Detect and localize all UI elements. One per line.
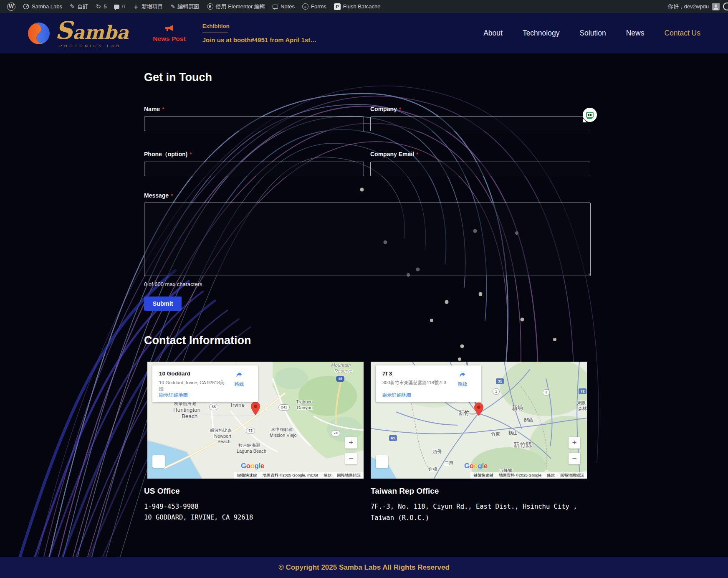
us-office-map[interactable]: Mountain Reserve 15 杭亭頓海灘 Huntington Bea…	[147, 362, 364, 479]
nav-news[interactable]: News	[626, 29, 645, 38]
adminbar-greeting[interactable]: 你好，dev2wpdu	[668, 3, 709, 10]
update-icon: ↻	[96, 3, 101, 10]
map-place-title: 10 Goddard	[159, 370, 190, 377]
directions-button[interactable]: 路線	[453, 370, 472, 388]
nav-technology[interactable]: Technology	[523, 29, 560, 38]
keyboard-shortcuts-link[interactable]: 鍵盤快速鍵	[473, 473, 493, 478]
map-label: Newport	[214, 434, 231, 439]
wordpress-logo-icon: W	[7, 3, 15, 11]
map-label: 三灣	[444, 460, 453, 466]
map-label: 拉古納海灘	[238, 443, 260, 449]
google-logo: Google	[241, 462, 264, 470]
adminbar-flush-batcache[interactable]: PFlush Batcache	[330, 0, 384, 13]
map-label: Beach	[217, 439, 230, 444]
map-info-card: 10 Goddard 10 Goddard, Irvine, CA 92618美…	[152, 365, 258, 402]
map-white-control[interactable]	[152, 455, 165, 468]
view-larger-map-link[interactable]: 顯示詳細地圖	[382, 392, 411, 398]
keyboard-shortcuts-link[interactable]: 鍵盤快速鍵	[237, 473, 257, 478]
submit-button[interactable]: Submit	[144, 297, 182, 311]
taiwan-office-map[interactable]: 31 1 3 72 61 東眼 森林 新埔 新竹 關西 橫山 竹東 新竹縣 頭份…	[371, 362, 587, 479]
pencil-icon: ✎	[171, 4, 175, 9]
map-label: 新竹	[458, 409, 470, 417]
route-shield: 61	[389, 435, 397, 441]
name-label: Name*	[144, 106, 164, 112]
report-error-link[interactable]: 回報地圖錯誤	[337, 473, 361, 478]
name-input[interactable]	[144, 117, 364, 131]
map-label: Reserve	[334, 368, 352, 373]
map-zoom-in-button[interactable]: +	[569, 437, 580, 449]
adminbar-edit-with-elementor[interactable]: E使用 Elementor 編輯	[203, 0, 269, 13]
map-zoom-in-button[interactable]: +	[345, 437, 357, 449]
map-zoom-out-button[interactable]: −	[345, 453, 357, 464]
elementor-icon: E	[207, 3, 213, 10]
adminbar-site-name[interactable]: Samba Labs	[19, 0, 66, 13]
route-shield: 31	[496, 378, 504, 384]
terms-link[interactable]: 條款	[547, 473, 555, 478]
site-logo[interactable]: Samba PHOTONICS LAB	[27, 18, 129, 48]
adminbar-notes[interactable]: Notes	[269, 0, 298, 13]
adminbar-edit-page[interactable]: ✎編輯頁面	[167, 0, 203, 13]
notes-icon	[273, 5, 278, 9]
map-zoom-out-button[interactable]: −	[569, 453, 580, 464]
map-pin-icon	[251, 402, 260, 415]
dashboard-gauge-icon	[23, 3, 29, 10]
route-shield: 1	[493, 388, 500, 395]
copyright-text: © Copyright 2025 Samba Labs All Rights R…	[278, 563, 450, 572]
main-nav: About Technology Solution News Contact U…	[483, 29, 700, 38]
route-shield: 72	[579, 388, 586, 394]
map-place-title: 7f 3	[382, 370, 392, 377]
map-label: 森林	[578, 406, 587, 412]
logo-wordmark: Samba	[55, 18, 129, 43]
adminbar-forms[interactable]: ≡Forms	[298, 0, 330, 13]
contact-information-title: Contact Information	[144, 334, 251, 347]
required-asterisk: *	[399, 106, 401, 112]
directions-arrow-icon	[458, 370, 467, 380]
adminbar-updates[interactable]: ↻5	[92, 0, 111, 13]
news-post-label: News Post	[153, 35, 185, 43]
avatar[interactable]	[712, 3, 720, 10]
admin-bar-left: W Samba Labs ✎自訂 ↻5 0 ＋新增項目 ✎編輯頁面 E使用 El…	[0, 0, 384, 13]
map-label: 米申維耶霍	[271, 427, 293, 433]
phone-input[interactable]	[144, 162, 364, 176]
company-label: Company*	[370, 106, 401, 112]
get-in-touch-title: Get in Touch	[144, 71, 212, 84]
map-attribution: 鍵盤快速鍵 地圖資料 ©2025 Google 條款 回報地圖錯誤	[470, 472, 587, 479]
company-input[interactable]	[370, 117, 590, 131]
map-label: Laguna Beach	[237, 449, 266, 454]
directions-button[interactable]: 路線	[230, 370, 249, 388]
nav-about[interactable]: About	[483, 29, 503, 38]
adminbar-comments[interactable]: 0	[110, 0, 129, 13]
site-footer: © Copyright 2025 Samba Labs All Rights R…	[0, 557, 728, 578]
adminbar-customize[interactable]: ✎自訂	[66, 0, 92, 13]
clipped-circle-icon	[723, 3, 728, 10]
nav-solution[interactable]: Solution	[579, 29, 606, 38]
directions-arrow-icon	[235, 370, 244, 380]
map-place-address: 10 Goddard, Irvine, CA 92618美國	[159, 380, 228, 392]
us-office-address: 10 GODDARD, IRVINE, CA 92618	[144, 512, 253, 523]
map-data-text: 地圖資料 ©2025 Google	[499, 473, 541, 478]
adminbar-new-content[interactable]: ＋新增項目	[129, 0, 167, 13]
nav-contact-us[interactable]: Contact Us	[664, 29, 700, 38]
exhibition-text: Join us at booth#4951 from April 1st…	[202, 36, 317, 43]
report-error-link[interactable]: 回報地圖錯誤	[560, 473, 584, 478]
company-email-input[interactable]	[370, 162, 590, 176]
news-post-button[interactable]: News Post	[153, 24, 185, 43]
paintbrush-icon: ✎	[70, 3, 75, 10]
map-label: Mission Viejo	[270, 433, 297, 438]
chatbot-widget-button[interactable]	[583, 108, 597, 122]
message-textarea[interactable]	[144, 203, 591, 276]
map-label: Mountain	[331, 363, 351, 368]
company-email-label: Company Email*	[370, 151, 418, 157]
route-shield: 3	[543, 389, 550, 395]
map-label: 關西	[524, 417, 533, 423]
map-white-control[interactable]	[376, 455, 388, 468]
wordpress-menu-button[interactable]: W	[3, 0, 19, 13]
view-larger-map-link[interactable]: 顯示詳細地圖	[159, 392, 188, 398]
google-logo: Google	[464, 462, 488, 470]
exhibition-banner[interactable]: Exhibition Join us at booth#4951 from Ap…	[202, 23, 317, 43]
terms-link[interactable]: 條款	[324, 473, 331, 478]
message-label: Message*	[144, 192, 173, 199]
batcache-icon: P	[334, 3, 341, 10]
comment-icon	[114, 5, 119, 9]
map-pin-icon	[474, 403, 483, 416]
